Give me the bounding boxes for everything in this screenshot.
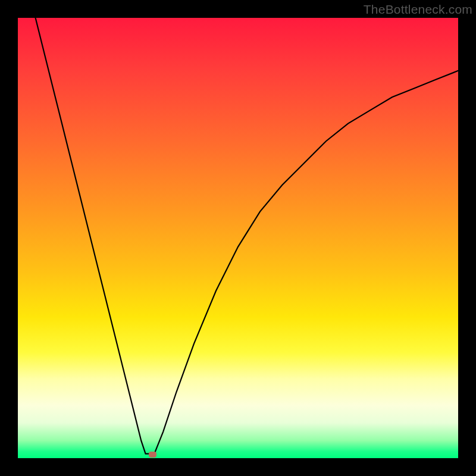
minimum-marker <box>149 452 156 458</box>
curve-left-branch <box>36 18 150 454</box>
curve-right-branch <box>154 71 458 454</box>
bottleneck-curve <box>18 18 458 458</box>
plot-area <box>18 18 458 458</box>
chart-frame: TheBottleneck.com <box>0 0 476 476</box>
watermark-text: TheBottleneck.com <box>364 2 472 17</box>
